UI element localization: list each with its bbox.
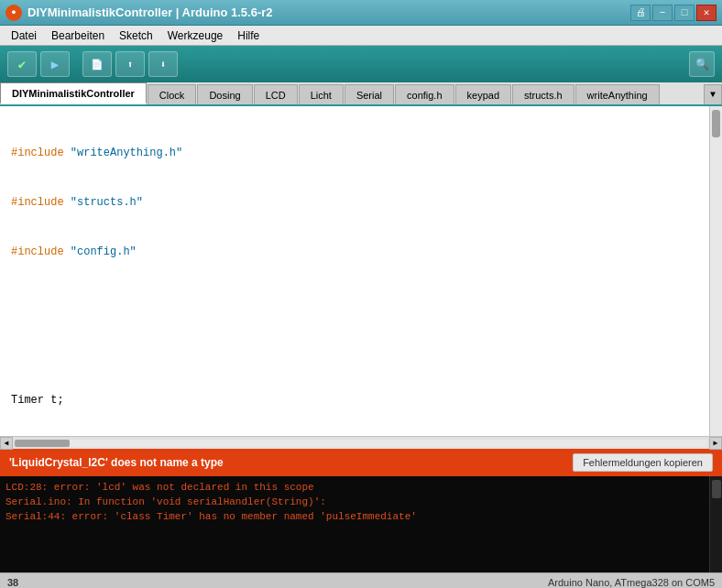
search-button[interactable]: 🔍 [689, 51, 715, 77]
console-scrollbar[interactable] [709, 476, 722, 572]
h-scroll-track[interactable] [15, 440, 707, 447]
code-line-2: #include "structs.h" [7, 194, 702, 211]
console-line-1: LCD:28: error: 'lcd' was not declared in… [5, 480, 704, 495]
app-icon: ● [5, 5, 22, 21]
copy-errors-button[interactable]: Fehlermeldungen kopieren [573, 453, 713, 472]
tabs-bar: DIYMinimalistikController Clock Dosing L… [0, 82, 722, 106]
status-bar: 38 Arduino Nano, ATmega328 on COM5 [0, 572, 722, 588]
toolbar: ✔ ▶ 📄 ⬆ ⬇ 🔍 [0, 46, 722, 82]
tab-serial[interactable]: Serial [345, 84, 394, 104]
scroll-left-button[interactable]: ◀ [0, 437, 13, 450]
console-line-3: Serial:44: error: 'class Timer' has no m… [5, 509, 704, 524]
open-button[interactable]: ⬆ [115, 51, 145, 77]
error-message: 'LiquidCrystal_I2C' does not name a type [9, 456, 224, 469]
tab-keypad[interactable]: keypad [455, 84, 511, 104]
window-title: DIYMinimalistikController | Arduino 1.5.… [27, 5, 629, 19]
close-button[interactable]: ✕ [696, 5, 717, 21]
editor-content[interactable]: #include "writeAnything.h" #include "str… [0, 106, 709, 436]
tab-writeanything[interactable]: writeAnything [575, 84, 660, 104]
code-line-3: #include "config.h" [7, 244, 702, 260]
editor-container: #include "writeAnything.h" #include "str… [0, 106, 722, 436]
menu-hilfe[interactable]: Hilfe [230, 27, 267, 44]
tab-structsh[interactable]: structs.h [512, 84, 574, 104]
printer-icon[interactable]: 🖨 [630, 5, 651, 21]
console-output[interactable]: LCD:28: error: 'lcd' was not declared in… [0, 476, 709, 559]
board-info: Arduino Nano, ATmega328 on COM5 [548, 577, 715, 588]
tab-diyminimalistikcontroller[interactable]: DIYMinimalistikController [0, 82, 147, 104]
code-line-1: #include "writeAnything.h" [7, 145, 702, 161]
code-line-6: Timer t; [7, 392, 702, 408]
code-line-5 [7, 343, 702, 359]
horizontal-scrollbar[interactable]: ◀ ▶ [0, 436, 722, 449]
tab-configh[interactable]: config.h [395, 84, 454, 104]
tab-licht[interactable]: Licht [299, 84, 344, 104]
title-bar: ● DIYMinimalistikController | Arduino 1.… [0, 0, 722, 26]
console-container: LCD:28: error: 'lcd' was not declared in… [0, 476, 722, 572]
tabs-overflow-button[interactable]: ▼ [704, 84, 722, 104]
console-line-2: Serial.ino: In function 'void serialHand… [5, 495, 704, 509]
tab-dosing[interactable]: Dosing [197, 84, 252, 104]
vertical-scrollbar[interactable] [709, 106, 722, 436]
verify-button[interactable]: ✔ [7, 51, 37, 77]
menu-bar: Datei Bearbeiten Sketch Werkzeuge Hilfe [0, 26, 722, 46]
line-number: 38 [7, 577, 18, 588]
error-bar: 'LiquidCrystal_I2C' does not name a type… [0, 449, 722, 476]
menu-werkzeuge[interactable]: Werkzeuge [160, 27, 230, 44]
menu-datei[interactable]: Datei [4, 27, 44, 44]
menu-sketch[interactable]: Sketch [112, 27, 160, 44]
scrollbar-thumb[interactable] [712, 110, 720, 137]
scrollbar-track [710, 106, 722, 436]
scroll-right-button[interactable]: ▶ [709, 437, 722, 450]
code-line-4 [7, 293, 702, 310]
tab-lcd[interactable]: LCD [254, 84, 298, 104]
upload-button[interactable]: ▶ [40, 51, 70, 77]
save-button[interactable]: ⬇ [148, 51, 178, 77]
maximize-button[interactable]: □ [674, 5, 695, 21]
menu-bearbeiten[interactable]: Bearbeiten [44, 27, 112, 44]
tab-clock[interactable]: Clock [148, 84, 197, 104]
new-button[interactable]: 📄 [82, 51, 112, 77]
h-scroll-thumb[interactable] [15, 440, 70, 447]
minimize-button[interactable]: − [652, 5, 673, 21]
code-editor[interactable]: #include "writeAnything.h" #include "str… [0, 110, 709, 436]
